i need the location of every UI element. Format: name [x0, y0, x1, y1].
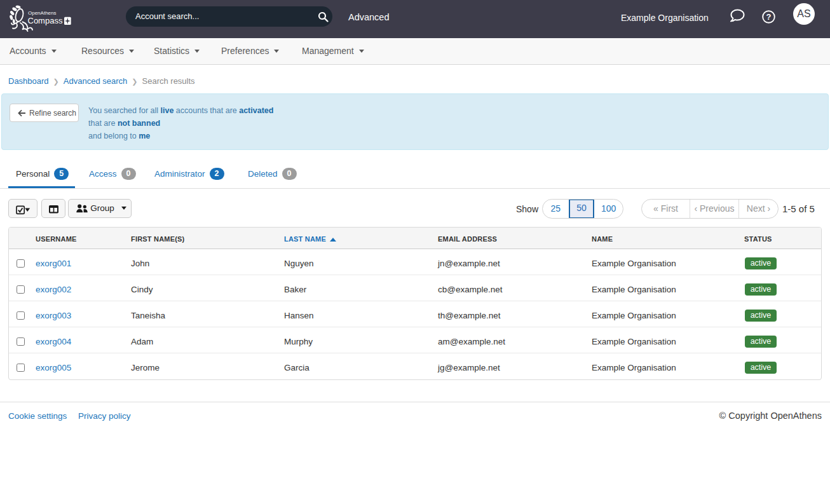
- svg-text:OpenAthens: OpenAthens: [28, 10, 56, 16]
- svg-text:Compass: Compass: [28, 16, 63, 25]
- svg-text:?: ?: [766, 12, 772, 22]
